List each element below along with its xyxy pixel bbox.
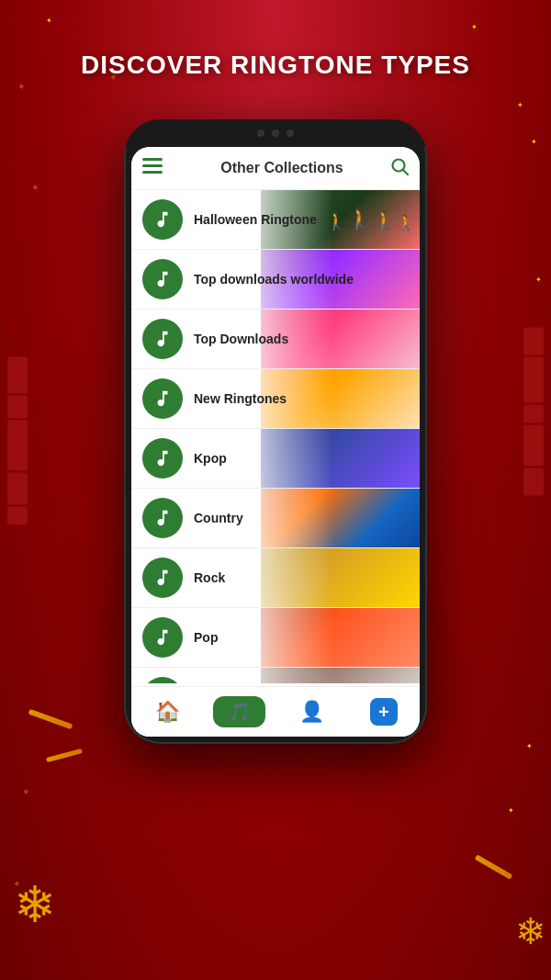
list-item[interactable]: New Ringtones xyxy=(131,369,420,429)
sparkle-2: ✦ xyxy=(471,23,478,31)
music-icon-wrap xyxy=(142,617,183,658)
sound-bar-left xyxy=(7,357,28,525)
item-label: Rock xyxy=(194,570,420,585)
music-icon-wrap xyxy=(142,558,183,598)
bottom-navigation: 🏠 🎵 👤 + xyxy=(131,686,420,737)
add-nav-bg: + xyxy=(370,698,398,726)
list-item[interactable]: Halloween Ringtone 🚶 🚶 🚶 🚶 xyxy=(131,190,420,250)
ribbon-2 xyxy=(46,749,83,762)
list-item[interactable]: Pop xyxy=(131,608,420,668)
sparkle-6: ✦ xyxy=(531,138,537,146)
nav-music[interactable]: 🎵 xyxy=(204,687,276,737)
list-item[interactable]: Oldphone xyxy=(131,668,420,683)
item-label: Top downloads worldwide xyxy=(194,272,420,287)
notch-dot-3 xyxy=(287,130,294,137)
header-title: Other Collections xyxy=(174,160,390,176)
sparkle-5: ✧ xyxy=(32,184,39,192)
sparkle-3: ✧ xyxy=(18,83,25,91)
music-icon-wrap xyxy=(142,319,183,359)
nav-home[interactable]: 🏠 xyxy=(131,687,204,737)
svg-rect-1 xyxy=(142,164,163,167)
music-nav-icon: 🎵 xyxy=(228,701,251,723)
list-item[interactable]: Top downloads worldwide xyxy=(131,250,420,310)
phone-mockup: Other Collections Halloween Ringtone xyxy=(124,119,427,744)
list-item[interactable]: Rock xyxy=(131,548,420,608)
notch-dot-2 xyxy=(272,130,279,137)
item-label: Country xyxy=(194,511,420,525)
sparkle-1: ✦ xyxy=(46,17,52,25)
sparkle-7: ✧ xyxy=(23,788,29,796)
sparkle-4: ✦ xyxy=(517,101,523,109)
svg-line-4 xyxy=(403,169,409,175)
item-label: New Ringtones xyxy=(194,391,420,406)
list-item[interactable]: Top Downloads xyxy=(131,310,420,369)
music-icon-wrap xyxy=(142,199,183,240)
list-item[interactable]: Country xyxy=(131,489,420,548)
sparkle-12: ✦ xyxy=(526,742,533,750)
item-label: Kpop xyxy=(194,451,420,466)
notch-dot-1 xyxy=(257,130,264,137)
sparkle-9: ✧ xyxy=(14,880,20,888)
music-icon-wrap xyxy=(142,378,183,419)
nav-profile[interactable]: 👤 xyxy=(276,687,348,737)
search-icon[interactable] xyxy=(390,157,409,180)
music-nav-bg: 🎵 xyxy=(213,696,265,727)
phone-screen: Other Collections Halloween Ringtone xyxy=(131,147,420,737)
profile-icon: 👤 xyxy=(299,700,324,724)
list-item[interactable]: Kpop xyxy=(131,429,420,489)
add-icon: + xyxy=(378,702,389,723)
ribbon-3 xyxy=(475,854,513,880)
ribbon-1 xyxy=(28,709,73,730)
svg-rect-2 xyxy=(142,171,163,174)
sparkle-8: ✦ xyxy=(508,806,514,815)
home-icon: 🏠 xyxy=(155,700,180,724)
music-icon-wrap xyxy=(142,498,183,538)
item-label: Pop xyxy=(194,630,420,645)
item-label: Top Downloads xyxy=(194,332,420,346)
nav-add[interactable]: + xyxy=(348,687,421,737)
menu-icon[interactable] xyxy=(142,156,163,180)
app-header: Other Collections xyxy=(131,147,420,190)
svg-rect-0 xyxy=(142,158,163,161)
page-title: DISCOVER RINGTONE TYPES xyxy=(0,51,551,80)
ringtone-list: Halloween Ringtone 🚶 🚶 🚶 🚶 Top downloads… xyxy=(131,190,420,683)
sparkle-10: ✦ xyxy=(535,276,542,284)
sound-bar-right xyxy=(523,328,544,496)
snowflake-left: ❄ xyxy=(14,875,56,934)
phone-notch xyxy=(124,119,427,147)
item-label: Halloween Ringtone xyxy=(194,212,420,227)
music-icon-wrap xyxy=(142,438,183,479)
snowflake-right: ❄ xyxy=(515,910,546,952)
music-icon-wrap xyxy=(142,259,183,299)
